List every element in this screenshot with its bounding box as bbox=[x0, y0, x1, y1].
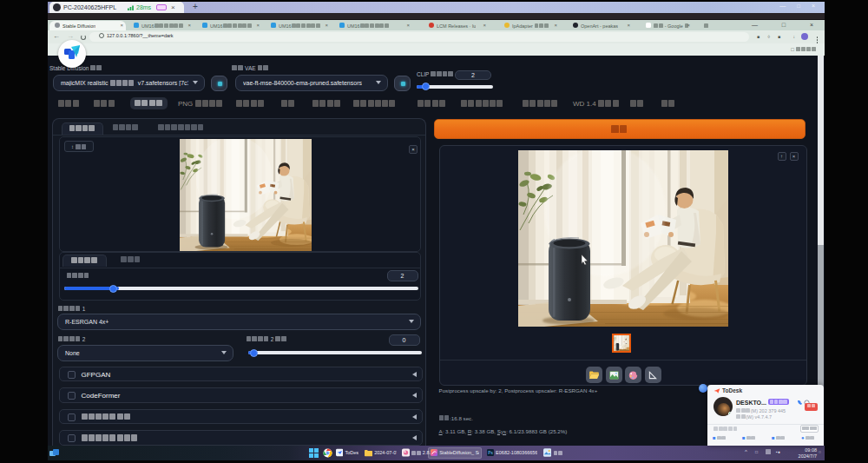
svg-text:Ps: Ps bbox=[488, 451, 493, 455]
